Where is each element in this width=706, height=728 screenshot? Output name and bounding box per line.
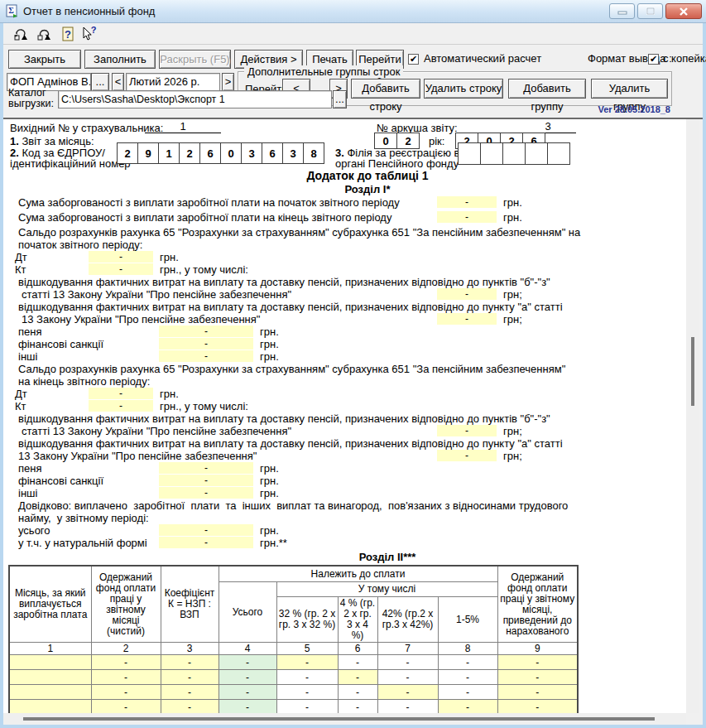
recalc-all-icon[interactable] bbox=[36, 26, 52, 42]
company-browse-button[interactable]: ... bbox=[91, 73, 109, 91]
recalc-document-icon[interactable] bbox=[12, 26, 29, 42]
doc-line: відшкодування фактичних витрат на виплат… bbox=[3, 301, 686, 313]
value-field[interactable]: - bbox=[89, 251, 153, 263]
format-label: Формат вывода : bbox=[588, 52, 672, 65]
doc-line-suffix: грн., у тому числі: bbox=[160, 400, 248, 412]
cell-col4[interactable]: - bbox=[219, 685, 276, 700]
value-field[interactable]: - bbox=[159, 487, 253, 499]
value-field[interactable]: - bbox=[89, 388, 153, 399]
cell-col1[interactable] bbox=[9, 685, 91, 700]
cell-col8[interactable]: - bbox=[438, 670, 497, 685]
value-field[interactable]: - bbox=[437, 288, 497, 300]
cell-col5[interactable]: - bbox=[276, 700, 338, 714]
value-field[interactable]: - bbox=[159, 338, 253, 350]
add-row-button[interactable]: Добавить строку bbox=[351, 79, 420, 99]
cell-col6[interactable]: - bbox=[338, 670, 377, 685]
period-next-button[interactable]: > bbox=[222, 73, 234, 91]
maximize-icon bbox=[646, 7, 656, 16]
cell-col3[interactable]: - bbox=[161, 655, 219, 670]
cell-col7[interactable]: - bbox=[377, 685, 438, 700]
value-field[interactable]: - bbox=[159, 462, 253, 474]
add-group-button[interactable]: Добавить группу bbox=[508, 79, 586, 99]
cell-col6[interactable]: - bbox=[338, 685, 377, 700]
doc-line-label: пеня bbox=[18, 325, 42, 338]
value-field[interactable]: - bbox=[159, 325, 253, 337]
delete-group-button[interactable]: Удалить группу bbox=[591, 79, 668, 99]
catalog-browse-button[interactable]: ... bbox=[333, 90, 347, 108]
control-panel: Закрыть Заполнить Раскрыть (F5) Действия… bbox=[3, 45, 703, 118]
close-button[interactable] bbox=[665, 3, 702, 19]
doc-line-suffix: грн; bbox=[503, 450, 522, 462]
column-numbers-row: 123456789 bbox=[9, 643, 578, 655]
cell-col9[interactable]: - bbox=[497, 655, 578, 670]
cell-col4[interactable]: - bbox=[219, 670, 276, 685]
auto-calc-checkbox[interactable]: ✔ bbox=[408, 54, 419, 65]
horizontal-scrollbar[interactable] bbox=[3, 713, 686, 725]
cell-col2[interactable]: - bbox=[91, 670, 161, 685]
expand-button: Раскрыть (F5) bbox=[159, 50, 231, 69]
value-field[interactable]: - bbox=[437, 425, 497, 436]
doc-line: 13 Закону України "Про пенсійне забезпеч… bbox=[3, 450, 686, 462]
cell-col8[interactable]: - bbox=[438, 655, 497, 670]
value-field[interactable]: - bbox=[437, 196, 497, 208]
cell-col7[interactable]: - bbox=[377, 655, 438, 670]
cell-col1[interactable] bbox=[9, 670, 91, 685]
vertical-scrollbar[interactable] bbox=[686, 119, 699, 713]
close-report-button[interactable]: Закрыть bbox=[8, 50, 81, 69]
cell-col1[interactable] bbox=[9, 655, 91, 670]
fill-button[interactable]: Заполнить bbox=[84, 50, 156, 69]
cell-col5[interactable]: - bbox=[276, 685, 338, 700]
digit-cell: 2 bbox=[117, 142, 138, 164]
cell-col5[interactable]: - bbox=[276, 670, 338, 685]
value-field[interactable]: - bbox=[437, 313, 497, 325]
horizontal-scrollbar-thumb[interactable] bbox=[23, 717, 655, 721]
value-field[interactable]: - bbox=[159, 524, 253, 536]
cell-col6[interactable]: - bbox=[338, 655, 377, 670]
value-field[interactable]: - bbox=[437, 450, 497, 461]
value-field[interactable]: - bbox=[159, 475, 253, 486]
cell-col8[interactable]: - bbox=[438, 685, 497, 700]
table-row: -------- bbox=[9, 700, 578, 714]
cell-col1[interactable] bbox=[9, 700, 91, 714]
cell-col4[interactable]: - bbox=[219, 655, 276, 670]
cell-col2[interactable]: - bbox=[91, 685, 161, 700]
column-number: 8 bbox=[438, 643, 497, 655]
period-prev-button[interactable]: < bbox=[112, 73, 124, 91]
cell-col9[interactable]: - bbox=[497, 685, 578, 700]
cell-col6[interactable]: - bbox=[338, 700, 377, 714]
vertical-scrollbar-thumb[interactable] bbox=[691, 337, 694, 406]
extra-groups-title: Дополнительные группы строк bbox=[244, 65, 403, 78]
maximize-button[interactable] bbox=[637, 3, 663, 19]
cell-col9[interactable]: - bbox=[497, 700, 578, 714]
kopecks-checkbox[interactable]: ✔ bbox=[648, 54, 659, 65]
cell-col9[interactable]: - bbox=[497, 670, 578, 685]
title-bar[interactable]: Σ Отчет в пенсионный фонд bbox=[0, 0, 706, 23]
doc-line-label: відшкодування фактичних витрат на виплат… bbox=[18, 276, 550, 288]
cell-col3[interactable]: - bbox=[161, 670, 219, 685]
cell-col4[interactable]: - bbox=[219, 700, 276, 714]
context-help-icon[interactable]: ? bbox=[80, 26, 97, 42]
cell-col3[interactable]: - bbox=[161, 685, 219, 700]
value-field[interactable]: - bbox=[89, 400, 153, 412]
cell-col2[interactable]: - bbox=[91, 655, 161, 670]
digit-cell: 6 bbox=[199, 142, 221, 164]
edrpou-digit-boxes: 2912603638 bbox=[117, 142, 324, 164]
value-field[interactable]: - bbox=[89, 263, 153, 275]
digit-cell: 8 bbox=[303, 142, 324, 164]
minimize-button[interactable] bbox=[609, 3, 635, 19]
value-field[interactable]: - bbox=[159, 537, 253, 548]
help-icon[interactable]: ? bbox=[60, 26, 76, 42]
digit-cell: 1 bbox=[158, 142, 180, 164]
cell-col7[interactable]: - bbox=[377, 670, 438, 685]
catalog-path-field[interactable]: C:\Users\Sasha\Desktop\Экспорт 1 bbox=[58, 90, 332, 108]
cell-col3[interactable]: - bbox=[161, 700, 219, 714]
value-field[interactable]: - bbox=[159, 350, 253, 362]
cell-col7[interactable]: - bbox=[377, 700, 438, 714]
outgoing-number-value: 1 bbox=[145, 120, 221, 133]
cell-col8[interactable]: - bbox=[438, 700, 497, 714]
cell-col5[interactable]: - bbox=[276, 655, 338, 670]
cell-col2[interactable]: - bbox=[91, 700, 161, 714]
delete-row-button[interactable]: Удалить строку bbox=[424, 79, 503, 99]
value-field[interactable]: - bbox=[437, 211, 497, 223]
period-field[interactable]: Лютий 2026 р. bbox=[126, 73, 220, 91]
